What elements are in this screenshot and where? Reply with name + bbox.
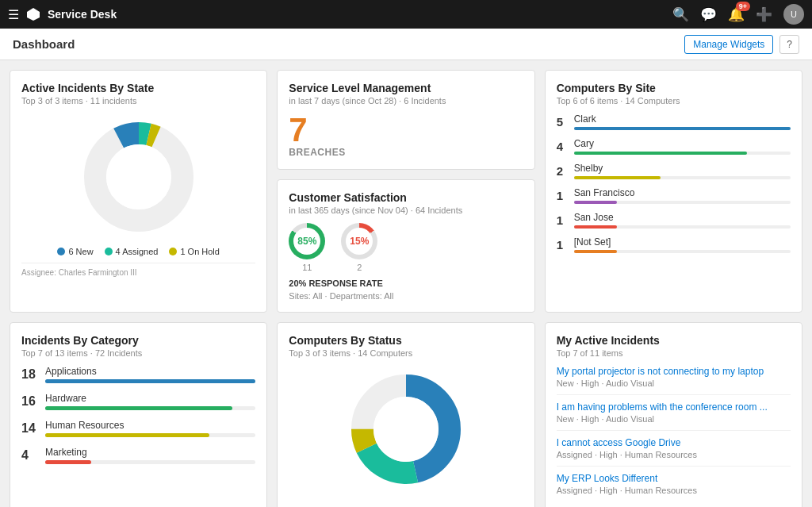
incident-title-2[interactable]: I am having problems with the conference…: [557, 401, 791, 413]
manage-widgets-button[interactable]: Manage Widgets: [684, 35, 773, 54]
site-bar-bg-notset: [574, 250, 791, 253]
widget-active-incidents: Active Incidents By State Top 3 of 3 ite…: [10, 70, 267, 313]
site-count-cary: 4: [557, 140, 568, 153]
site-bar-shelby: [574, 176, 661, 179]
category-row-mkt: 4 Marketing: [21, 447, 255, 464]
cat-count-apps: 18: [21, 367, 39, 382]
incident-item-2: I am having problems with the conference…: [557, 401, 791, 431]
site-bar-bg-sf: [574, 201, 791, 204]
site-bar-bg-sj: [574, 225, 791, 229]
legend-new: 6 New: [57, 247, 93, 256]
site-row-sf: 1 San Francisco: [557, 187, 791, 204]
category-row-hw: 16 Hardware: [21, 393, 255, 410]
hamburger-icon[interactable]: ☰: [8, 7, 19, 22]
site-bar-bg-cary: [574, 152, 791, 155]
top-nav: ☰ Service Desk 🔍 💬 🔔 9+ ➕ U: [0, 0, 812, 29]
cat-name-mkt: Marketing: [45, 447, 255, 458]
incident-title-1[interactable]: My portal projector is not connecting to…: [557, 366, 791, 377]
widget-active-incidents-title: Active Incidents By State: [21, 82, 255, 94]
legend-new-dot: [57, 248, 65, 255]
csat-negative: 15% 2: [341, 223, 377, 272]
legend-onhold-label: 1 On Hold: [180, 247, 220, 256]
widget-incidents-by-category: Incidents By Category Top 7 of 13 items …: [10, 322, 267, 507]
my-active-incidents-title: My Active Incidents: [557, 334, 791, 347]
incident-item-1: My portal projector is not connecting to…: [557, 366, 791, 395]
incident-item-4: My ERP Looks Different Assigned · High ·…: [557, 473, 791, 501]
cat-bar-bg-mkt: [45, 460, 255, 464]
cat-bar-bg-hr: [45, 433, 255, 437]
widget-my-active-incidents: My Active Incidents Top 7 of 11 items My…: [545, 322, 802, 507]
search-icon[interactable]: 🔍: [672, 6, 689, 23]
incident-title-3[interactable]: I cannot access Google Drive: [557, 437, 791, 448]
notifications-icon[interactable]: 🔔 9+: [728, 6, 745, 23]
csat-positive-circle: 85%: [289, 223, 325, 259]
add-icon[interactable]: ➕: [756, 6, 772, 23]
my-active-incidents-subtitle: Top 7 of 11 items: [557, 348, 791, 358]
site-info-notset: [Not Set]: [574, 236, 791, 253]
site-bar-notset: [574, 250, 618, 253]
site-bar-clark: [574, 127, 791, 130]
chat-icon[interactable]: 💬: [700, 6, 717, 23]
site-count-shelby: 2: [557, 164, 568, 178]
csat-positive: 85% 11: [289, 223, 325, 272]
cat-bar-bg-apps: [45, 379, 255, 383]
category-row-hr: 14 Human Resources: [21, 420, 255, 437]
slm-csat-column: Service Level Management in last 7 days …: [277, 70, 534, 313]
widget-slm: Service Level Management in last 7 days …: [277, 70, 534, 170]
incident-meta-3: Assigned · High · Human Resources: [557, 450, 791, 459]
site-count-clark: 5: [557, 115, 568, 129]
site-count-sj: 1: [557, 213, 568, 227]
slm-breaches-label: BREACHES: [289, 147, 523, 158]
computers-by-site-title: Computers By Site: [557, 82, 791, 94]
computers-by-status-chart: [289, 366, 523, 493]
site-count-sf: 1: [557, 189, 568, 202]
site-row-shelby: 2 Shelby: [557, 163, 791, 179]
slm-title: Service Level Management: [289, 82, 523, 94]
cat-bar-hr: [45, 433, 209, 437]
site-count-notset: 1: [557, 238, 568, 252]
site-info-cary: Cary: [574, 138, 791, 155]
csat-positive-count: 11: [302, 263, 312, 272]
computers-by-status-title: Computers By Status: [289, 334, 523, 347]
category-row-apps: 18 Applications: [21, 366, 255, 383]
csat-metrics-row: 85% 11 15% 2: [289, 223, 523, 272]
svg-point-5: [106, 144, 171, 209]
site-name-sf: San Francisco: [574, 187, 791, 198]
legend-assigned-dot: [105, 248, 113, 255]
csat-response-rate: 20% RESPONSE RATE: [289, 278, 523, 288]
incident-item-3: I cannot access Google Drive Assigned · …: [557, 437, 791, 467]
site-bar-sj: [574, 225, 618, 229]
user-avatar[interactable]: U: [783, 4, 804, 25]
cat-info-hw: Hardware: [45, 393, 255, 410]
incident-meta-4: Assigned · High · Human Resources: [557, 486, 791, 495]
csat-subtitle: in last 365 days (since Nov 04) · 64 Inc…: [289, 205, 523, 215]
site-name-notset: [Not Set]: [574, 236, 791, 248]
help-button[interactable]: ?: [779, 35, 799, 54]
cat-name-apps: Applications: [45, 366, 255, 377]
site-bar-bg-shelby: [574, 176, 791, 179]
site-info-sj: San Jose: [574, 212, 791, 229]
brand-icon: [25, 6, 41, 22]
site-bar-sf: [574, 201, 618, 204]
computers-by-status-donut: [343, 366, 469, 493]
site-row-clark: 5 Clark: [557, 113, 791, 130]
site-info-clark: Clark: [574, 113, 791, 130]
csat-negative-count: 2: [357, 263, 362, 272]
site-row-sj: 1 San Jose: [557, 212, 791, 229]
page-header: Dashboard Manage Widgets ?: [0, 29, 812, 60]
my-active-incidents-list: My portal projector is not connecting to…: [557, 366, 791, 501]
cat-bar-hw: [45, 406, 232, 410]
cat-info-hr: Human Resources: [45, 420, 255, 437]
cat-count-hw: 16: [21, 394, 39, 409]
incidents-by-category-title: Incidents By Category: [21, 334, 255, 347]
csat-filters: Sites: All · Departments: All: [289, 291, 523, 301]
cat-bar-bg-hw: [45, 406, 255, 410]
site-row-notset: 1 [Not Set]: [557, 236, 791, 253]
site-bar-bg-clark: [574, 127, 791, 130]
legend-assigned-label: 4 Assigned: [116, 247, 159, 256]
dashboard: Active Incidents By State Top 3 of 3 ite…: [0, 60, 812, 507]
incident-meta-2: New · High · Audio Visual: [557, 414, 791, 424]
incident-title-4[interactable]: My ERP Looks Different: [557, 473, 791, 484]
nav-actions: 🔍 💬 🔔 9+ ➕ U: [672, 4, 804, 25]
computers-by-site-list: 5 Clark 4 Cary 2: [557, 113, 791, 253]
